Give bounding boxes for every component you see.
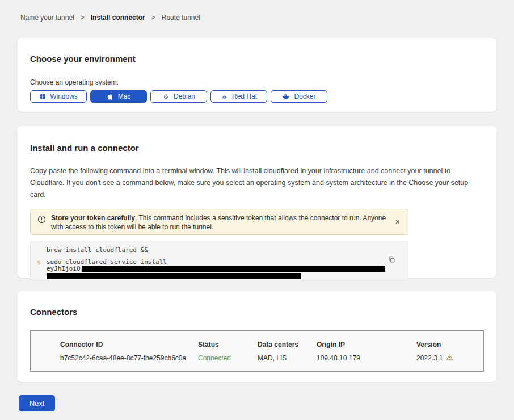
column-header-data-centers: Data centers [258, 341, 317, 348]
warning-text-bold: Store your token carefully [51, 214, 135, 222]
alert-circle-icon [37, 215, 46, 226]
debian-icon [162, 93, 170, 100]
docker-icon [282, 93, 290, 100]
os-button-windows[interactable]: Windows [30, 90, 87, 103]
connector-id-value: b7c52c42-6caa-48ee-8c77-fbe259cb6c0a [60, 354, 198, 362]
origin-ip-value: 109.48.10.179 [317, 354, 416, 362]
os-button-redhat[interactable]: Red Hat [210, 90, 267, 103]
version-value: 2022.3.1 [416, 354, 483, 363]
page: Name your tunnel > Install connector > R… [0, 0, 514, 411]
breadcrumb-step-name-your-tunnel[interactable]: Name your tunnel [20, 14, 74, 22]
column-header-connector-id: Connector ID [60, 341, 198, 348]
os-select-label: Choose an operating system: [30, 78, 484, 86]
redacted-token-bar [82, 266, 385, 272]
install-card-description: Copy-paste the following command into a … [30, 165, 484, 201]
os-button-label: Debian [174, 93, 195, 100]
breadcrumb-step-install-connector[interactable]: Install connector [91, 14, 145, 22]
table-row: b7c52c42-6caa-48ee-8c77-fbe259cb6c0a Con… [31, 348, 483, 371]
connectors-card-title: Connectors [30, 307, 484, 317]
token-prefix: eyJhIjoiO [47, 266, 81, 272]
os-button-debian[interactable]: Debian [150, 90, 207, 103]
os-button-group: Windows Mac Debian Red Hat [30, 90, 484, 103]
install-command-code-block: $ brew install cloudflared && sudo cloud… [30, 241, 408, 280]
status-badge: Connected [198, 354, 258, 362]
copy-command-button[interactable] [388, 256, 395, 265]
install-card-title: Install and run a connector [30, 143, 484, 153]
code-line-token: eyJhIjoiO [47, 266, 385, 272]
breadcrumb-step-route-tunnel[interactable]: Route tunnel [162, 14, 200, 22]
breadcrumb-separator-icon: > [151, 14, 155, 22]
token-warning-banner: Store your token carefully. This command… [30, 209, 408, 235]
apple-icon [107, 93, 114, 100]
connectors-table: Connector ID Status Data centers Origin … [30, 330, 484, 372]
warning-text: Store your token carefully. This command… [51, 213, 389, 232]
os-button-label: Windows [50, 93, 78, 100]
os-button-label: Mac [118, 93, 131, 100]
os-button-label: Red Hat [232, 93, 257, 100]
redhat-icon [221, 93, 228, 100]
environment-card-title: Choose your environment [30, 54, 484, 64]
windows-icon [39, 93, 46, 100]
code-line-brew-install: brew install cloudflared && [47, 247, 385, 253]
redacted-token-bar-2 [47, 273, 301, 279]
code-line-service-install: sudo cloudflared service install [47, 259, 385, 265]
shell-prompt: $ [37, 259, 41, 266]
column-header-version: Version [416, 341, 483, 348]
os-button-docker[interactable]: Docker [271, 90, 327, 103]
next-button[interactable]: Next [19, 395, 55, 411]
version-warning-triangle-icon [446, 354, 453, 363]
data-centers-value: MAD, LIS [258, 354, 317, 362]
breadcrumb: Name your tunnel > Install connector > R… [18, 0, 496, 22]
column-header-status: Status [198, 341, 258, 348]
warning-close-button[interactable]: × [394, 218, 401, 226]
environment-card: Choose your environment Choose an operat… [18, 38, 496, 112]
connectors-table-header: Connector ID Status Data centers Origin … [31, 331, 483, 348]
version-number: 2022.3.1 [416, 354, 443, 362]
os-button-label: Docker [294, 93, 315, 100]
connectors-card: Connectors Connector ID Status Data cent… [18, 291, 496, 382]
column-header-origin-ip: Origin IP [317, 341, 416, 348]
os-button-mac[interactable]: Mac [90, 90, 147, 103]
install-connector-card: Install and run a connector Copy-paste t… [18, 126, 496, 278]
breadcrumb-separator-icon: > [81, 14, 85, 22]
